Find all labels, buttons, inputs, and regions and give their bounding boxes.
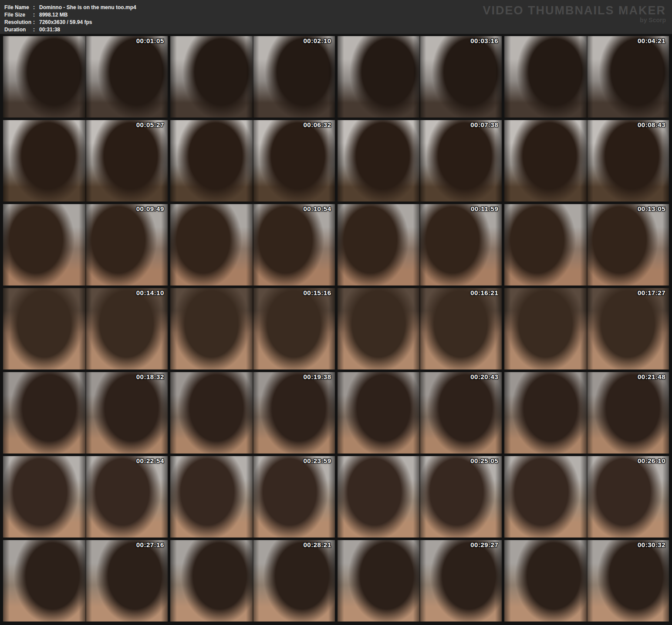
thumbnail: 00:26:10 — [504, 456, 669, 538]
file-name-separator: : — [33, 4, 39, 11]
thumbnail: 00:18:32 — [3, 372, 168, 454]
duration-value: 00:31:38 — [39, 26, 60, 34]
thumbnail: 00:22:54 — [3, 456, 168, 538]
thumbnail: 00:21:48 — [504, 372, 669, 454]
thumbnail: 00:08:43 — [504, 120, 669, 202]
thumbnail-timestamp: 00:15:16 — [303, 289, 331, 296]
thumbnail: 00:23:59 — [170, 456, 335, 538]
thumbnail-timestamp: 00:02:10 — [303, 37, 331, 44]
thumbnail-timestamp: 00:11:59 — [471, 205, 498, 212]
thumbnail: 00:27:16 — [3, 540, 168, 622]
watermark-subtitle: by Scorp — [483, 17, 666, 24]
watermark-title: VIDEO THUMBNAILS MAKER — [483, 4, 666, 17]
thumbnail-timestamp: 00:16:21 — [470, 289, 498, 296]
thumbnail-timestamp: 00:06:32 — [303, 121, 331, 128]
thumbnail-timestamp: 00:18:32 — [136, 373, 164, 380]
thumbnail-timestamp: 00:19:38 — [303, 373, 331, 380]
thumbnail: 00:10:54 — [170, 204, 335, 286]
thumbnail-timestamp: 00:21:48 — [638, 373, 665, 380]
thumbnail-timestamp: 00:10:54 — [303, 205, 331, 212]
thumbnail-timestamp: 00:03:16 — [470, 37, 498, 44]
thumbnail-timestamp: 00:23:59 — [303, 457, 331, 464]
thumbnail: 00:03:16 — [338, 36, 502, 118]
thumbnail: 00:05:27 — [3, 120, 168, 202]
thumbnail-grid-container: 00:01:05 00:02:10 00:03:16 00:04:21 00:0… — [0, 34, 672, 625]
thumbnail-timestamp: 00:30:32 — [638, 541, 665, 548]
thumbnail: 00:15:16 — [170, 288, 335, 370]
app-watermark: VIDEO THUMBNAILS MAKER by Scorp — [483, 4, 666, 24]
thumbnail: 00:14:10 — [3, 288, 168, 370]
thumbnail-timestamp: 00:08:43 — [638, 121, 665, 128]
thumbnail-timestamp: 00:20:43 — [470, 373, 498, 380]
thumbnail-grid: 00:01:05 00:02:10 00:03:16 00:04:21 00:0… — [3, 36, 669, 622]
thumbnail: 00:19:38 — [170, 372, 335, 454]
duration-row: Duration : 00:31:38 — [4, 26, 667, 34]
thumbnail-timestamp: 00:04:21 — [638, 37, 665, 44]
thumbnail-timestamp: 00:25:05 — [470, 457, 498, 464]
thumbnail-timestamp: 00:07:38 — [470, 121, 498, 128]
thumbnail: 00:11:59 — [338, 204, 502, 286]
resolution-separator: : — [33, 19, 39, 26]
file-name-value: Dominno - She is on the menu too.mp4 — [39, 4, 136, 11]
thumbnail: 00:13:05 — [504, 204, 669, 286]
thumbnail-timestamp: 00:05:27 — [136, 121, 164, 128]
thumbnail: 00:17:27 — [504, 288, 669, 370]
file-size-value: 8998.12 MB — [39, 11, 68, 19]
thumbnail: 00:07:38 — [338, 120, 502, 202]
thumbnail: 00:02:10 — [170, 36, 335, 118]
thumbnail: 00:20:43 — [338, 372, 502, 454]
thumbnail: 00:01:05 — [3, 36, 168, 118]
file-size-separator: : — [33, 11, 39, 19]
thumbnail-timestamp: 00:14:10 — [136, 289, 164, 296]
thumbnail: 00:16:21 — [338, 288, 502, 370]
thumbnail: 00:04:21 — [504, 36, 669, 118]
thumbnail-timestamp: 00:29:27 — [470, 541, 498, 548]
thumbnail: 00:30:32 — [504, 540, 669, 622]
file-size-label: File Size — [4, 11, 33, 19]
duration-label: Duration — [4, 26, 33, 34]
resolution-label: Resolution — [4, 19, 33, 26]
thumbnail-timestamp: 00:01:05 — [136, 37, 164, 44]
thumbnail: 00:28:21 — [170, 540, 335, 622]
thumbnail-timestamp: 00:09:49 — [136, 205, 164, 212]
thumbnail-timestamp: 00:22:54 — [136, 457, 164, 464]
thumbnail-timestamp: 00:13:05 — [638, 205, 665, 212]
thumbnail-timestamp: 00:17:27 — [638, 289, 665, 296]
duration-separator: : — [33, 26, 39, 34]
thumbnail-timestamp: 00:26:10 — [638, 457, 665, 464]
thumbnail: 00:06:32 — [170, 120, 335, 202]
thumbnail: 00:29:27 — [338, 540, 502, 622]
thumbnail-timestamp: 00:28:21 — [303, 541, 331, 548]
file-name-label: File Name — [4, 4, 33, 11]
thumbnail-timestamp: 00:27:16 — [136, 541, 164, 548]
thumbnail: 00:25:05 — [338, 456, 502, 538]
thumbnail: 00:09:49 — [3, 204, 168, 286]
metadata-header: File Name : Dominno - She is on the menu… — [0, 0, 672, 34]
resolution-value: 7260x3630 / 59.94 fps — [39, 19, 92, 26]
